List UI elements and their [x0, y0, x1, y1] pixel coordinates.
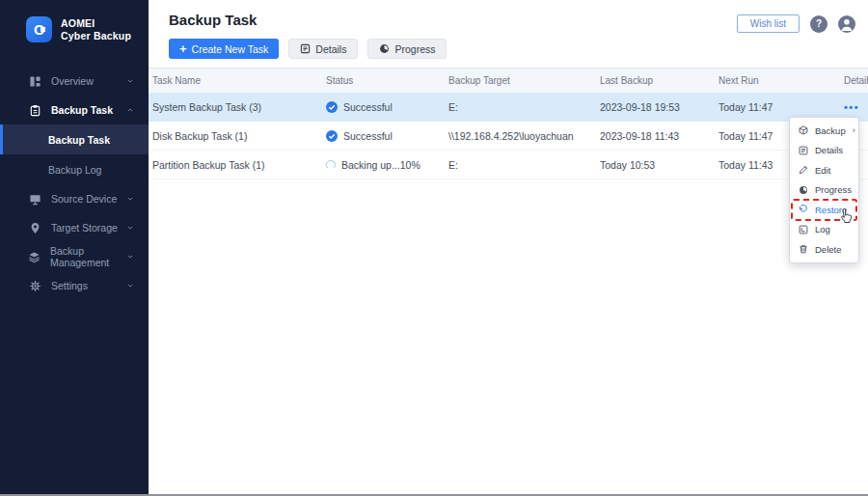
brand-text: AOMEI Cyber Backup — [61, 17, 131, 42]
backup-task-table: Task Name Status Backup Target Last Back… — [149, 68, 868, 179]
cell-last-backup: Today 10:53 — [600, 159, 719, 171]
success-check-icon — [326, 101, 338, 113]
chevron-down-icon — [125, 223, 135, 233]
cell-backup-target: \\192.168.4.252\luoyachuan — [448, 130, 600, 142]
chevron-down-icon — [125, 76, 135, 86]
wishlist-button[interactable]: Wish list — [737, 14, 800, 33]
chevron-down-icon — [125, 194, 135, 204]
running-spinner-icon — [326, 160, 336, 170]
progress-clock-icon — [799, 185, 808, 195]
sidebar-subitem-label: Backup Log — [48, 164, 101, 176]
app-window: C AOMEI Cyber Backup Overview — [0, 0, 868, 496]
menu-item-details[interactable]: Details — [790, 141, 858, 161]
restore-arrow-icon — [799, 205, 808, 214]
cell-next-run: Today 11:47 — [719, 101, 844, 113]
sidebar-nav: Overview Backup Task Backup Task — [0, 67, 149, 300]
brand-line1: AOMEI — [61, 17, 131, 30]
table-row-disk-backup[interactable]: Disk Backup Task (1) Successful \\192.16… — [149, 122, 868, 151]
success-check-icon — [326, 130, 338, 142]
gear-icon — [28, 279, 41, 292]
user-avatar[interactable] — [838, 15, 855, 33]
main-content: Backup Task Wish list ? + Create New Tas… — [149, 0, 868, 496]
col-status[interactable]: Status — [326, 75, 448, 86]
sidebar-item-backup-management[interactable]: Backup Management — [0, 242, 149, 271]
sidebar-subitem-backup-task[interactable]: Backup Task — [0, 124, 149, 154]
cell-last-backup: 2023-09-18 11:43 — [600, 130, 719, 142]
sidebar-item-label: Target Storage — [51, 222, 118, 234]
brand: C AOMEI Cyber Backup — [26, 16, 131, 42]
cell-task-name: Disk Backup Task (1) — [152, 130, 326, 142]
backup-box-icon — [799, 125, 808, 135]
details-icon — [300, 43, 311, 54]
sidebar-item-source-device[interactable]: Source Device — [0, 184, 149, 213]
toolbar: + Create New Task Details Progress — [169, 39, 447, 59]
page-title: Backup Task — [169, 12, 257, 28]
brand-line2: Cyber Backup — [61, 30, 131, 42]
mouse-cursor-hand-icon — [837, 207, 853, 226]
col-task-name[interactable]: Task Name — [152, 75, 326, 86]
col-backup-target[interactable]: Backup Target — [448, 75, 600, 86]
sidebar-subitem-backup-log[interactable]: Backup Log — [0, 154, 149, 184]
progress-button[interactable]: Progress — [367, 39, 447, 59]
col-details[interactable]: Details — [844, 75, 868, 86]
cell-backup-target: E: — [448, 159, 600, 171]
cell-status: Successful — [326, 101, 448, 113]
topbar-actions: Wish list ? — [737, 14, 855, 33]
sidebar-subitem-label: Backup Task — [48, 134, 110, 146]
edit-pencil-icon — [799, 165, 808, 175]
sidebar-item-label: Backup Management — [50, 245, 125, 268]
sidebar-item-backup-task[interactable]: Backup Task — [0, 96, 149, 124]
submenu-arrow-icon: › — [853, 125, 855, 135]
cell-last-backup: 2023-09-18 19:53 — [600, 101, 719, 113]
menu-item-backup[interactable]: Backup › — [790, 121, 858, 141]
col-last-backup[interactable]: Last Backup — [600, 75, 719, 86]
clipboard-icon — [28, 103, 41, 117]
sidebar-item-target-storage[interactable]: Target Storage — [0, 213, 149, 242]
plus-icon: + — [179, 42, 187, 55]
create-new-task-button[interactable]: + Create New Task — [169, 39, 279, 59]
chevron-down-icon — [125, 281, 135, 290]
cell-status: Backing up...10% — [326, 159, 448, 171]
layers-icon — [28, 250, 41, 263]
cell-status: Successful — [326, 130, 448, 142]
details-button[interactable]: Details — [288, 39, 358, 59]
log-icon — [799, 225, 808, 234]
sidebar-item-overview[interactable]: Overview — [0, 67, 149, 96]
sidebar-item-label: Overview — [51, 75, 94, 87]
table-header: Task Name Status Backup Target Last Back… — [149, 68, 868, 93]
menu-item-delete[interactable]: Delete — [790, 239, 858, 260]
monitor-icon — [28, 192, 41, 206]
dashboard-icon — [28, 74, 41, 88]
menu-item-progress[interactable]: Progress — [790, 180, 858, 201]
cell-task-name: System Backup Task (3) — [152, 101, 326, 113]
row-actions-more-icon[interactable]: ••• — [844, 101, 859, 113]
aomei-logo-icon: C — [26, 16, 52, 42]
sidebar-item-settings[interactable]: Settings — [0, 271, 149, 300]
sidebar-item-label: Source Device — [51, 193, 117, 205]
sidebar-item-label: Settings — [51, 280, 88, 291]
chevron-up-icon — [125, 105, 135, 115]
cell-task-name: Partition Backup Task (1) — [152, 159, 326, 171]
sidebar-item-label: Backup Task — [51, 104, 113, 116]
help-icon[interactable]: ? — [810, 15, 827, 33]
menu-item-edit[interactable]: Edit — [790, 160, 858, 180]
table-row-partition-backup[interactable]: Partition Backup Task (1) Backing up...1… — [149, 151, 868, 179]
progress-clock-icon — [379, 43, 390, 54]
trash-icon — [799, 244, 808, 254]
details-icon — [799, 146, 808, 155]
col-next-run[interactable]: Next Run — [719, 75, 844, 86]
cell-backup-target: E: — [448, 101, 600, 113]
sidebar: C AOMEI Cyber Backup Overview — [0, 0, 149, 496]
chevron-down-icon — [125, 252, 135, 262]
table-row-system-backup[interactable]: System Backup Task (3) Successful E: 202… — [149, 93, 868, 122]
location-pin-icon — [28, 221, 41, 234]
row-context-menu: Backup › Details Edit Progress Restore — [789, 117, 859, 263]
